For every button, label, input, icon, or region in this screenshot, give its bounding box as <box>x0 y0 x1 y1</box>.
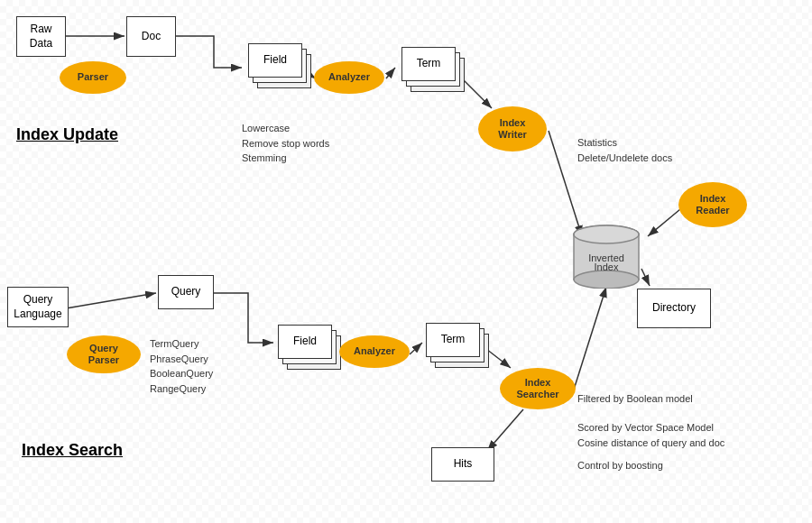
svg-line-13 <box>487 409 523 451</box>
index-search-title: Index Search <box>22 441 123 460</box>
lowercase-label: Lowercase Remove stop words Stemming <box>242 121 329 166</box>
termquery-label: TermQuery PhraseQuery BooleanQuery Range… <box>150 336 213 396</box>
diagram-container: Index Update Index Search RawData Doc Fi… <box>0 0 812 523</box>
stats-label: Statistics Delete/Undelete docs <box>577 135 672 165</box>
query-box: Query <box>158 275 214 309</box>
parser-oval: Parser <box>60 61 126 94</box>
index-reader-oval: IndexReader <box>678 182 747 227</box>
doc-box: Doc <box>126 16 176 57</box>
analyzer-lower-oval: Analyzer <box>339 335 410 368</box>
index-searcher-oval: IndexSearcher <box>500 368 576 409</box>
svg-text:Index: Index <box>595 262 619 272</box>
svg-line-10 <box>410 343 422 354</box>
hits-box: Hits <box>431 447 494 482</box>
term-lower-box: Term <box>426 323 480 357</box>
svg-point-17 <box>574 225 639 243</box>
query-parser-oval: QueryParser <box>67 335 141 373</box>
cylinder-svg: Inverted Index <box>572 224 641 289</box>
index-writer-oval: IndexWriter <box>478 106 547 151</box>
svg-line-3 <box>386 68 395 78</box>
field-lower-box: Field <box>278 325 332 359</box>
control-label: Control by boosting <box>577 458 663 473</box>
directory-box: Directory <box>637 289 711 328</box>
term-upper-box: Term <box>401 47 456 81</box>
svg-point-16 <box>574 271 639 289</box>
svg-line-8 <box>66 293 156 308</box>
scored-label: Scored by Vector Space Model Cosine dist… <box>577 420 724 450</box>
svg-line-6 <box>648 209 680 236</box>
svg-line-7 <box>641 269 650 286</box>
filtered-label: Filtered by Boolean model <box>577 391 693 407</box>
index-update-title: Index Update <box>16 125 118 144</box>
query-language-box: QueryLanguage <box>7 287 69 327</box>
inverted-index-cylinder: Inverted Index <box>572 224 641 289</box>
raw-data-box: RawData <box>16 16 66 57</box>
field-upper-box: Field <box>248 43 302 78</box>
analyzer-upper-oval: Analyzer <box>314 61 384 94</box>
svg-line-12 <box>574 287 606 390</box>
